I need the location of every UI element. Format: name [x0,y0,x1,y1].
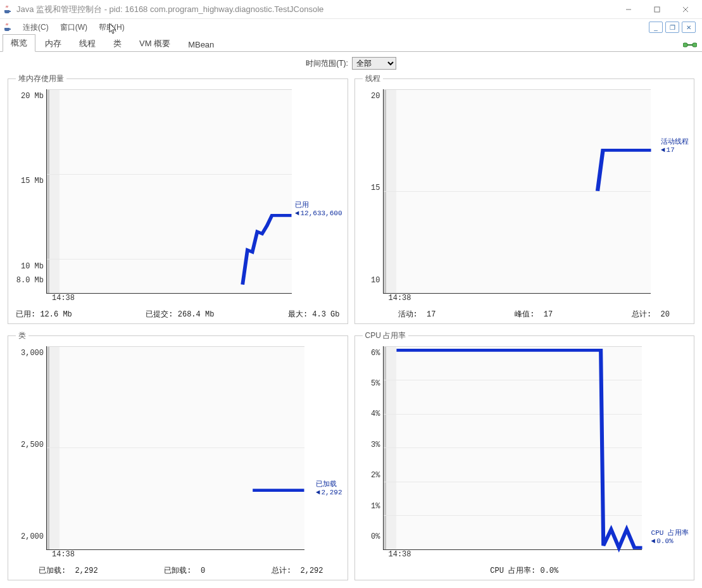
tabbar: 概览 内存 线程 类 VM 概要 MBean [0,35,702,52]
panel-cpu: CPU 占用率 6% 5% 4% 3% 2% 1% 0% [354,330,695,581]
cpu-y-labels: 6% 5% 4% 3% 2% 1% 0% [360,346,383,561]
panel-threads: 线程 20 15 10 活动线程 ◄17 [354,73,695,324]
cpu-chart[interactable]: CPU 占用率 ◄0.0% [383,346,642,551]
classes-y-labels: 3,000 2,500 2,000 [13,346,46,561]
menu-help[interactable]: 帮助(H) [94,21,130,34]
classes-chart[interactable]: 已加载 ◄2,292 [46,346,304,551]
panel-heap-title: 堆内存使用量 [16,73,66,84]
panel-classes-title: 类 [16,330,28,341]
heap-callout: 已用 ◄12,633,600 [295,201,342,218]
tab-mbean[interactable]: MBean [180,37,222,52]
window-title: Java 监视和管理控制台 - pid: 16168 com.program_h… [16,4,614,15]
time-range-select[interactable]: 全部 [352,57,396,70]
titlebar: Java 监视和管理控制台 - pid: 16168 com.program_h… [0,0,702,19]
threads-stats: 活动: 17 峰值: 17 总计: 20 [360,304,689,320]
svg-rect-5 [693,43,697,47]
tab-overview[interactable]: 概览 [3,34,35,52]
cpu-stats: CPU 占用率: 0.0% [360,560,689,576]
internal-minimize-button[interactable]: _ [649,22,663,33]
time-range-label: 时间范围(T): [306,58,348,69]
tab-vm-summary[interactable]: VM 概要 [131,35,179,52]
panel-threads-title: 线程 [363,73,383,84]
panel-heap: 堆内存使用量 20 Mb 15 Mb 10 Mb 8.0 Mb [8,73,348,324]
cpu-x-labels: 14:38 [383,550,642,560]
time-range-row: 时间范围(T): 全部 [0,52,702,72]
tab-memory[interactable]: 内存 [37,35,70,52]
maximize-button[interactable] [642,1,671,18]
internal-close-button[interactable]: ✕ [682,22,696,33]
menubar: 连接(C) 窗口(W) 帮助(H) _ ❐ ✕ [0,19,702,35]
tab-threads[interactable]: 线程 [71,35,104,52]
window-controls [614,1,699,18]
classes-stats: 已加载: 2,292 已卸载: 0 总计: 2,292 [13,560,342,576]
panel-classes: 类 3,000 2,500 2,000 已加载 ◄2,292 [8,330,348,581]
close-button[interactable] [671,1,699,18]
classes-x-labels: 14:38 [46,550,304,560]
svg-rect-6 [687,44,693,46]
svg-rect-1 [655,7,660,12]
cpu-callout: CPU 占用率 ◄0.0% [651,529,689,546]
java-coffee-icon [3,22,13,32]
menu-window[interactable]: 窗口(W) [55,21,92,34]
heap-stats: 已用: 12.6 Mb 已提交: 268.4 Mb 最大: 4.3 Gb [13,304,342,320]
minimize-button[interactable] [614,1,642,18]
menu-connection[interactable]: 连接(C) [18,21,54,34]
heap-x-labels: 14:38 [46,294,292,304]
connection-status-icon [683,40,696,50]
internal-restore-button[interactable]: ❐ [665,22,679,33]
heap-chart[interactable]: 已用 ◄12,633,600 [46,89,292,294]
classes-callout: 已加载 ◄2,292 [316,480,342,497]
svg-rect-4 [683,43,687,47]
chart-grid: 堆内存使用量 20 Mb 15 Mb 10 Mb 8.0 Mb [0,72,702,588]
internal-window-controls: _ ❐ ✕ [649,22,699,33]
java-coffee-icon [3,4,13,15]
threads-callout: 活动线程 ◄17 [661,138,689,154]
threads-chart[interactable]: 活动线程 ◄17 [383,89,651,294]
threads-x-labels: 14:38 [383,294,651,304]
threads-y-labels: 20 15 10 [360,89,383,304]
tab-classes[interactable]: 类 [105,35,130,52]
panel-cpu-title: CPU 占用率 [363,330,409,341]
heap-y-labels: 20 Mb 15 Mb 10 Mb 8.0 Mb [13,89,46,304]
